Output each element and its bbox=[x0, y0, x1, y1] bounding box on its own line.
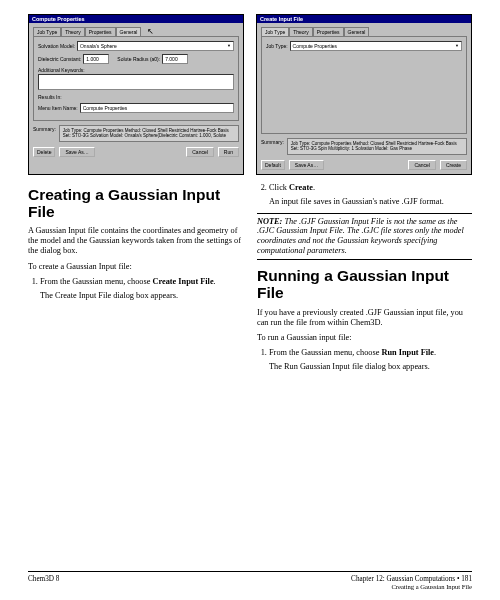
page-footer: Chem3D 8 Chapter 12: Gaussian Computatio… bbox=[28, 571, 472, 590]
dielectric-input[interactable]: 1.000 bbox=[83, 54, 109, 64]
summary-label: Summary: bbox=[261, 138, 284, 155]
dialog-title: Create Input File bbox=[257, 15, 471, 23]
create-button[interactable]: Create bbox=[440, 160, 467, 170]
section-heading-creating: Creating a Gaussian Input File bbox=[28, 187, 243, 220]
jobtype-value: Compute Properties bbox=[293, 42, 337, 50]
list-item: From the Gaussian menu, choose Create In… bbox=[40, 277, 243, 287]
tab-bar: Job Type Theory Properties General bbox=[261, 27, 467, 36]
runname-label: Menu Item Name: bbox=[38, 105, 78, 111]
note: NOTE: The .GJF Gaussian Input File is no… bbox=[257, 213, 472, 261]
paragraph: If you have a previously created .GJF Ga… bbox=[257, 308, 472, 328]
paragraph: The Create Input File dialog box appears… bbox=[40, 291, 243, 301]
saveas-button[interactable]: Save As… bbox=[289, 160, 324, 170]
general-panel: Solvation Model: Onsala's Sphere ▼ Diele… bbox=[33, 36, 239, 121]
saveas-button[interactable]: Save As… bbox=[59, 147, 94, 157]
chevron-down-icon: ▼ bbox=[227, 42, 231, 50]
cancel-button[interactable]: Cancel bbox=[408, 160, 436, 170]
paragraph: To run a Gaussian input file: bbox=[257, 333, 472, 343]
compute-properties-dialog: Compute Properties Job Type Theory Prope… bbox=[28, 14, 244, 175]
keywords-label: Additional Keywords: bbox=[38, 67, 85, 73]
tab-general[interactable]: General bbox=[116, 27, 142, 36]
tab-bar: Job Type Theory Properties General bbox=[33, 27, 239, 36]
summary-text: Job Type: Compute Properties Method: Clo… bbox=[59, 125, 239, 142]
tab-properties[interactable]: Properties bbox=[313, 27, 344, 36]
delete-button[interactable]: Delete bbox=[33, 147, 55, 157]
footer-right-line2: Creating a Gaussian Input File bbox=[351, 583, 472, 590]
tab-jobtype[interactable]: Job Type bbox=[33, 27, 61, 36]
solute-radius-label: Solute Radius (a0): bbox=[117, 56, 160, 62]
create-input-file-dialog: Create Input File Job Type Theory Proper… bbox=[256, 14, 472, 175]
list-item: Click Create. bbox=[269, 183, 472, 193]
dielectric-label: Dielectric Constant: bbox=[38, 56, 81, 62]
solute-radius-input[interactable]: 7.000 bbox=[162, 54, 188, 64]
footer-left: Chem3D 8 bbox=[28, 575, 59, 590]
footer-right-line1: Chapter 12: Gaussian Computations • 181 bbox=[351, 575, 472, 583]
dialog-title: Compute Properties bbox=[29, 15, 243, 23]
keywords-textarea[interactable] bbox=[38, 74, 234, 90]
section-heading-running: Running a Gaussian Input File bbox=[257, 268, 472, 301]
summary-label: Summary: bbox=[33, 125, 56, 142]
jobtype-label: Job Type: bbox=[266, 43, 288, 49]
run-button[interactable]: Run bbox=[218, 147, 239, 157]
tab-properties[interactable]: Properties bbox=[85, 27, 116, 36]
right-column: Click Create. An input file saves in Gau… bbox=[257, 183, 472, 571]
paragraph: The Run Gaussian Input file dialog box a… bbox=[269, 362, 472, 372]
cancel-button[interactable]: Cancel bbox=[186, 147, 214, 157]
jobtype-panel: Job Type: Compute Properties ▼ bbox=[261, 36, 467, 134]
solvation-model-value: Onsala's Sphere bbox=[80, 42, 117, 50]
chevron-down-icon: ▼ bbox=[455, 42, 459, 50]
solvation-model-select[interactable]: Onsala's Sphere ▼ bbox=[77, 41, 234, 51]
runname-input[interactable]: Compute Properties bbox=[80, 103, 234, 113]
list-item: From the Gaussian menu, choose Run Input… bbox=[269, 348, 472, 358]
tab-general[interactable]: General bbox=[344, 27, 370, 36]
tab-theory[interactable]: Theory bbox=[289, 27, 313, 36]
tab-theory[interactable]: Theory bbox=[61, 27, 85, 36]
paragraph: A Gaussian Input file contains the coord… bbox=[28, 226, 243, 256]
summary-text: Job Type: Compute Properties Method: Clo… bbox=[287, 138, 467, 155]
left-column: Creating a Gaussian Input File A Gaussia… bbox=[28, 183, 243, 571]
default-button[interactable]: Default bbox=[261, 160, 285, 170]
tab-jobtype[interactable]: Job Type bbox=[261, 27, 289, 36]
jobtype-select[interactable]: Compute Properties ▼ bbox=[290, 41, 462, 51]
paragraph: To create a Gaussian Input file: bbox=[28, 262, 243, 272]
resultsin-label: Results In: bbox=[38, 94, 62, 100]
solvation-model-label: Solvation Model: bbox=[38, 43, 75, 49]
paragraph: An input file saves in Gaussian's native… bbox=[269, 197, 472, 207]
